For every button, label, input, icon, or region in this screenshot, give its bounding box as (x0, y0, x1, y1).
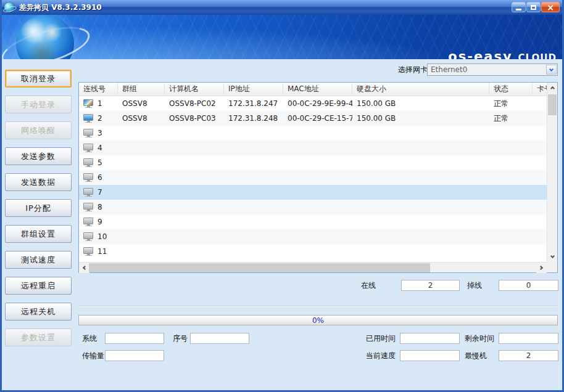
scrollbar-corner (547, 262, 557, 272)
cell-no: 4 (79, 141, 118, 155)
remaining-time-field[interactable] (499, 333, 558, 344)
nic-select[interactable]: Ethernet0 (427, 63, 558, 76)
cell-computer (165, 200, 224, 214)
offline-label: 掉线 (467, 280, 482, 291)
scroll-left-button[interactable] (79, 263, 89, 273)
online-count-field[interactable] (401, 280, 460, 291)
horizontal-scroll-thumb[interactable] (89, 263, 430, 272)
brand-logo: os-easy CLOUD (448, 49, 557, 59)
title-bar[interactable]: 差异拷贝 V8.3.2.3910 × (0, 0, 564, 15)
vertical-scrollbar[interactable] (547, 83, 557, 262)
cell-ip (224, 155, 283, 170)
table-row-10[interactable]: 10 (79, 229, 547, 244)
computer-icon (83, 247, 94, 256)
cell-no: 1 (79, 96, 118, 111)
system-field[interactable] (105, 333, 164, 344)
column-header-status[interactable]: 状态 (489, 83, 533, 96)
scroll-up-button[interactable] (547, 83, 557, 93)
cell-computer: OSSV8-PC02 (165, 96, 224, 111)
sidebar-button-3[interactable]: 网络唤醒 (5, 121, 72, 139)
maximize-button[interactable] (526, 2, 541, 12)
column-header-disk[interactable]: 硬盘大小 (352, 83, 489, 96)
sidebar-button-1[interactable]: 取消登录 (5, 70, 72, 88)
sidebar-button-5[interactable]: 发送数据 (5, 173, 72, 191)
cell-no: 6 (79, 170, 118, 185)
cell-ip (224, 200, 283, 214)
cell-computer: OSSV8-PC03 (165, 111, 224, 126)
elapsed-time-field[interactable] (400, 333, 460, 344)
table-row-11[interactable]: 11 (79, 244, 547, 259)
nic-label: 选择网卡 (398, 64, 428, 75)
chevron-down-icon (550, 254, 554, 258)
table-row-7[interactable]: 7 (79, 185, 547, 200)
sidebar-button-11[interactable]: 参数设置 (5, 329, 72, 346)
slowest-machine-field[interactable] (499, 350, 558, 361)
cell-group: OSSV8 (118, 96, 165, 111)
cell-status (489, 155, 533, 170)
cell-disk (352, 214, 489, 229)
cell-no: 10 (79, 229, 118, 244)
cell-status (489, 229, 533, 244)
cell-status: 正常 (489, 111, 533, 126)
sidebar-button-8[interactable]: 测试速度 (5, 251, 72, 269)
app-window: 差异拷贝 V8.3.2.3910 × os-easy CLOUD 选择网卡 Et… (0, 0, 564, 392)
column-header-mac[interactable]: MAC地址 (283, 83, 352, 96)
table-row-8[interactable]: 8 (79, 200, 547, 214)
column-header-group[interactable]: 群组 (118, 83, 165, 96)
dropdown-arrow-icon[interactable] (546, 65, 557, 75)
cell-no: 11 (79, 244, 118, 259)
cell-ip: 172.31.8.248 (224, 111, 283, 126)
cell-card (533, 141, 547, 155)
cell-mac (283, 229, 352, 244)
serial-field[interactable] (190, 333, 249, 344)
column-header-card[interactable]: 卡号 (533, 83, 547, 96)
offline-count-field[interactable] (499, 280, 558, 291)
online-label: 在线 (361, 280, 376, 291)
horizontal-scrollbar[interactable] (79, 262, 547, 272)
sidebar-button-4[interactable]: 发送参数 (5, 147, 72, 165)
slowest-machine-label: 最慢机 (465, 350, 487, 361)
table-row-1[interactable]: 1OSSV8OSSV8-PC02172.31.8.24700-0C-29-9E-… (79, 96, 547, 111)
sidebar-button-9[interactable]: 远程重启 (5, 277, 72, 295)
divider (78, 306, 558, 307)
transfer-field[interactable] (105, 350, 164, 361)
elapsed-time-label: 已用时间 (366, 333, 396, 344)
table-row-3[interactable]: 3 (79, 126, 547, 141)
table-row-6[interactable]: 6 (79, 170, 547, 185)
progress-percent: 0% (79, 316, 557, 325)
table-row-4[interactable]: 4 (79, 141, 547, 155)
table-row-5[interactable]: 5 (79, 155, 547, 170)
cell-no: 8 (79, 200, 118, 214)
cell-ip (224, 229, 283, 244)
cell-card (533, 244, 547, 259)
table-row-9[interactable]: 9 (79, 214, 547, 229)
scroll-right-button[interactable] (536, 263, 547, 273)
cell-disk (352, 200, 489, 214)
scroll-down-button[interactable] (547, 251, 557, 262)
cell-status (489, 214, 533, 229)
cell-status (489, 185, 533, 200)
cell-disk (352, 170, 489, 185)
table-row-2[interactable]: 2OSSV8OSSV8-PC03172.31.8.24800-0C-29-CE-… (79, 111, 547, 126)
cell-status (489, 170, 533, 185)
vertical-scroll-thumb[interactable] (548, 94, 557, 115)
column-header-computer[interactable]: 计算机名 (165, 83, 224, 96)
cell-computer (165, 244, 224, 259)
sidebar-button-7[interactable]: 群组设置 (5, 225, 72, 243)
close-button[interactable]: × (541, 2, 560, 12)
column-header-ip[interactable]: IP地址 (224, 83, 283, 96)
column-header-no[interactable]: 连线号 (79, 83, 118, 96)
cell-mac (283, 170, 352, 185)
sidebar-button-6[interactable]: IP分配 (5, 199, 72, 217)
computer-icon (83, 114, 94, 123)
cell-mac: 00-0C-29-9E-99-45 (283, 96, 352, 111)
current-speed-field[interactable] (400, 350, 460, 361)
cell-no: 7 (79, 185, 118, 200)
sidebar-button-10[interactable]: 远程关机 (5, 303, 72, 321)
cell-group (118, 170, 165, 185)
minimize-button[interactable] (512, 2, 526, 12)
chevron-right-icon (539, 266, 543, 270)
cell-mac (283, 155, 352, 170)
sidebar-button-2[interactable]: 手动登录 (5, 96, 72, 113)
minimize-icon (516, 9, 521, 10)
